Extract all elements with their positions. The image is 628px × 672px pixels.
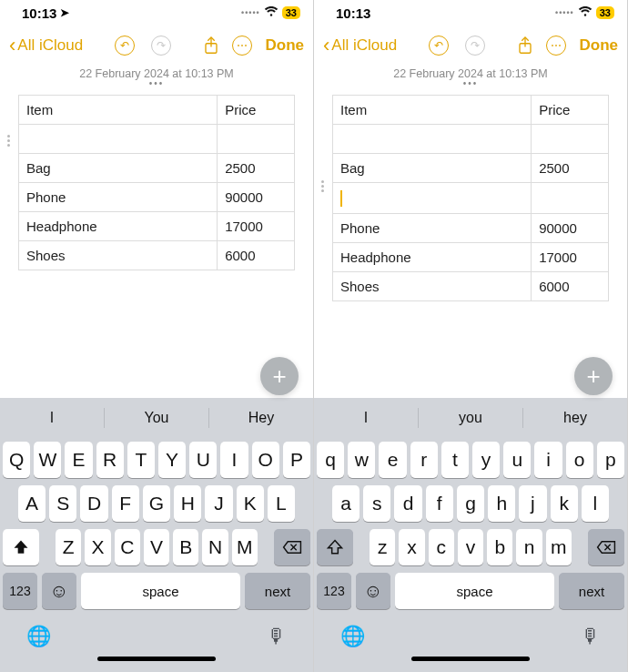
- key-w[interactable]: W: [34, 442, 61, 478]
- key-j[interactable]: J: [205, 485, 232, 522]
- key-d[interactable]: D: [80, 485, 107, 522]
- globe-icon[interactable]: 🌐: [26, 625, 51, 648]
- next-key[interactable]: next: [245, 573, 310, 609]
- key-r[interactable]: R: [96, 442, 124, 478]
- note-table[interactable]: ItemPriceBag2500Phone90000Headphone17000…: [332, 95, 609, 301]
- suggestion-word[interactable]: hey: [523, 410, 627, 426]
- shift-key[interactable]: [3, 529, 39, 565]
- key-k[interactable]: k: [551, 485, 578, 522]
- table-cell[interactable]: [333, 183, 532, 214]
- table-cell[interactable]: Phone: [19, 183, 218, 212]
- key-q[interactable]: q: [317, 442, 344, 478]
- key-i[interactable]: i: [534, 442, 562, 478]
- table-row[interactable]: ItemPrice: [19, 96, 295, 125]
- key-e[interactable]: e: [379, 442, 406, 478]
- key-a[interactable]: A: [18, 485, 46, 522]
- table-cell[interactable]: 17000: [218, 212, 295, 241]
- table-cell[interactable]: 90000: [218, 183, 295, 212]
- key-d[interactable]: d: [394, 485, 421, 522]
- space-key[interactable]: space: [395, 573, 554, 609]
- key-n[interactable]: n: [516, 529, 542, 565]
- key-h[interactable]: H: [174, 485, 201, 522]
- key-u[interactable]: u: [503, 442, 531, 478]
- table-row[interactable]: Headphone17000: [333, 243, 609, 272]
- key-v[interactable]: v: [458, 529, 483, 565]
- key-m[interactable]: m: [546, 529, 572, 565]
- table-cell[interactable]: 6000: [532, 272, 609, 301]
- suggestion-word[interactable]: Hey: [209, 410, 313, 426]
- key-x[interactable]: x: [399, 529, 424, 565]
- key-l[interactable]: L: [268, 485, 295, 522]
- key-o[interactable]: O: [252, 442, 279, 478]
- table-cell[interactable]: Headphone: [333, 243, 532, 272]
- table-cell[interactable]: Price: [218, 96, 295, 125]
- key-n[interactable]: N: [202, 529, 228, 565]
- table-cell[interactable]: 17000: [532, 243, 609, 272]
- key-f[interactable]: f: [426, 485, 453, 522]
- shift-key[interactable]: [317, 529, 353, 565]
- numeric-key[interactable]: 123: [3, 573, 37, 609]
- note-menu-dots[interactable]: •••: [314, 80, 627, 87]
- note-table[interactable]: ItemPriceBag2500Phone90000Headphone17000…: [18, 95, 295, 270]
- table-row[interactable]: ItemPrice: [333, 96, 609, 125]
- key-k[interactable]: K: [237, 485, 264, 522]
- table-cell[interactable]: 90000: [532, 214, 609, 243]
- table-cell[interactable]: [333, 125, 532, 154]
- done-button[interactable]: Done: [579, 36, 618, 55]
- next-key[interactable]: next: [559, 573, 624, 609]
- table-cell[interactable]: Bag: [333, 154, 532, 183]
- table-row[interactable]: Shoes6000: [19, 241, 295, 270]
- table-row[interactable]: Bag2500: [19, 154, 295, 183]
- key-b[interactable]: b: [487, 529, 512, 565]
- backspace-key[interactable]: [588, 529, 624, 565]
- key-o[interactable]: o: [566, 442, 593, 478]
- table-row[interactable]: Phone90000: [333, 214, 609, 243]
- key-a[interactable]: a: [332, 485, 360, 522]
- table-cell[interactable]: Phone: [333, 214, 532, 243]
- table-cell[interactable]: Item: [333, 96, 532, 125]
- key-s[interactable]: s: [363, 485, 390, 522]
- key-p[interactable]: p: [597, 442, 624, 478]
- key-f[interactable]: F: [112, 485, 139, 522]
- table-cell[interactable]: 6000: [218, 241, 295, 270]
- table-row[interactable]: [19, 125, 295, 154]
- undo-button[interactable]: ↶: [115, 36, 135, 56]
- table-cell[interactable]: Price: [532, 96, 609, 125]
- done-button[interactable]: Done: [265, 36, 304, 55]
- key-g[interactable]: g: [457, 485, 484, 522]
- key-r[interactable]: r: [410, 442, 438, 478]
- suggestion-word[interactable]: You: [105, 410, 208, 426]
- add-button[interactable]: +: [574, 357, 613, 395]
- table-cell[interactable]: 2500: [532, 154, 609, 183]
- mic-icon[interactable]: 🎙: [581, 625, 601, 648]
- suggestion-word[interactable]: I: [314, 410, 418, 426]
- table-row[interactable]: Phone90000: [19, 183, 295, 212]
- table-drag-handle[interactable]: [7, 135, 16, 147]
- table-cell[interactable]: [532, 183, 609, 214]
- table-cell[interactable]: Item: [19, 96, 218, 125]
- key-y[interactable]: y: [472, 442, 500, 478]
- back-button[interactable]: ‹All iCloud: [9, 36, 83, 56]
- key-e[interactable]: E: [65, 442, 92, 478]
- home-indicator[interactable]: [411, 657, 530, 661]
- key-y[interactable]: Y: [158, 442, 186, 478]
- more-button[interactable]: ⋯: [546, 36, 566, 56]
- add-button[interactable]: +: [260, 357, 299, 395]
- home-indicator[interactable]: [97, 657, 216, 661]
- key-t[interactable]: t: [441, 442, 469, 478]
- table-drag-handle[interactable]: [321, 180, 330, 192]
- mic-icon[interactable]: 🎙: [267, 625, 287, 648]
- table-row[interactable]: Headphone17000: [19, 212, 295, 241]
- key-g[interactable]: G: [143, 485, 170, 522]
- table-cell[interactable]: Shoes: [333, 272, 532, 301]
- key-u[interactable]: U: [189, 442, 217, 478]
- table-row[interactable]: Bag2500: [333, 154, 609, 183]
- key-c[interactable]: C: [115, 529, 140, 565]
- note-menu-dots[interactable]: •••: [0, 80, 313, 87]
- table-cell[interactable]: Headphone: [19, 212, 218, 241]
- key-v[interactable]: V: [144, 529, 169, 565]
- key-s[interactable]: S: [49, 485, 76, 522]
- key-q[interactable]: Q: [3, 442, 30, 478]
- backspace-key[interactable]: [274, 529, 310, 565]
- key-z[interactable]: z: [370, 529, 395, 565]
